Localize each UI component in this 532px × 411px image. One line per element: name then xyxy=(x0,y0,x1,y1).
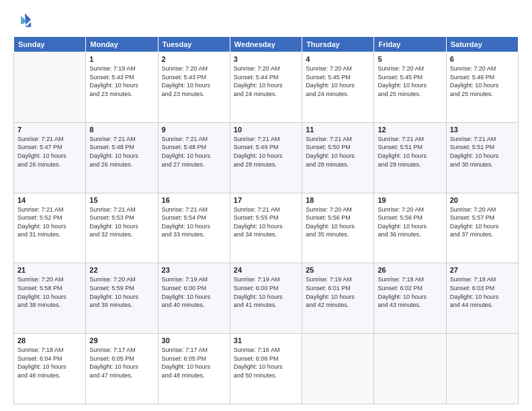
day-info: Sunrise: 7:18 AM Sunset: 6:02 PM Dayligh… xyxy=(378,275,442,309)
calendar-cell: 3Sunrise: 7:20 AM Sunset: 5:44 PM Daylig… xyxy=(230,52,302,123)
calendar-cell: 8Sunrise: 7:21 AM Sunset: 5:48 PM Daylig… xyxy=(86,122,158,193)
calendar-cell xyxy=(14,52,86,123)
day-number: 25 xyxy=(306,266,370,274)
calendar-cell: 20Sunrise: 7:20 AM Sunset: 5:57 PM Dayli… xyxy=(446,193,518,263)
calendar-cell: 21Sunrise: 7:20 AM Sunset: 5:58 PM Dayli… xyxy=(14,263,86,334)
day-number: 9 xyxy=(162,126,226,134)
calendar-cell: 5Sunrise: 7:20 AM Sunset: 5:45 PM Daylig… xyxy=(374,52,446,123)
day-number: 14 xyxy=(17,196,82,204)
calendar-cell: 22Sunrise: 7:20 AM Sunset: 5:59 PM Dayli… xyxy=(86,263,158,334)
day-info: Sunrise: 7:20 AM Sunset: 5:44 PM Dayligh… xyxy=(234,64,298,98)
day-number: 12 xyxy=(378,126,442,134)
day-info: Sunrise: 7:21 AM Sunset: 5:51 PM Dayligh… xyxy=(378,135,442,169)
day-number: 26 xyxy=(378,266,442,274)
calendar-cell: 11Sunrise: 7:21 AM Sunset: 5:50 PM Dayli… xyxy=(302,122,374,193)
calendar-cell: 1Sunrise: 7:19 AM Sunset: 5:43 PM Daylig… xyxy=(86,52,158,123)
calendar-cell: 6Sunrise: 7:20 AM Sunset: 5:46 PM Daylig… xyxy=(446,52,518,123)
week-row-0: 1Sunrise: 7:19 AM Sunset: 5:43 PM Daylig… xyxy=(14,52,519,123)
day-number: 5 xyxy=(378,55,442,63)
day-info: Sunrise: 7:19 AM Sunset: 6:00 PM Dayligh… xyxy=(234,275,298,309)
calendar-cell: 18Sunrise: 7:20 AM Sunset: 5:56 PM Dayli… xyxy=(302,193,374,263)
day-info: Sunrise: 7:18 AM Sunset: 6:04 PM Dayligh… xyxy=(17,346,82,379)
day-number: 20 xyxy=(450,196,515,204)
day-info: Sunrise: 7:20 AM Sunset: 5:56 PM Dayligh… xyxy=(378,205,442,239)
day-number: 13 xyxy=(450,126,515,134)
day-number: 21 xyxy=(17,266,82,274)
day-info: Sunrise: 7:21 AM Sunset: 5:48 PM Dayligh… xyxy=(89,135,154,169)
day-info: Sunrise: 7:19 AM Sunset: 6:00 PM Dayligh… xyxy=(162,275,226,309)
week-row-4: 28Sunrise: 7:18 AM Sunset: 6:04 PM Dayli… xyxy=(14,334,519,404)
day-number: 28 xyxy=(17,336,82,345)
day-info: Sunrise: 7:19 AM Sunset: 6:01 PM Dayligh… xyxy=(306,275,370,309)
svg-marker-0 xyxy=(25,13,31,28)
day-info: Sunrise: 7:17 AM Sunset: 6:05 PM Dayligh… xyxy=(89,346,154,379)
day-info: Sunrise: 7:16 AM Sunset: 6:06 PM Dayligh… xyxy=(234,346,298,379)
day-info: Sunrise: 7:21 AM Sunset: 5:54 PM Dayligh… xyxy=(162,205,226,239)
day-info: Sunrise: 7:21 AM Sunset: 5:55 PM Dayligh… xyxy=(234,205,298,239)
day-number: 27 xyxy=(450,266,515,274)
calendar-cell: 16Sunrise: 7:21 AM Sunset: 5:54 PM Dayli… xyxy=(158,193,230,263)
calendar-cell: 7Sunrise: 7:21 AM Sunset: 5:47 PM Daylig… xyxy=(14,122,86,193)
day-info: Sunrise: 7:20 AM Sunset: 5:45 PM Dayligh… xyxy=(378,64,442,98)
week-row-3: 21Sunrise: 7:20 AM Sunset: 5:58 PM Dayli… xyxy=(14,263,519,334)
calendar-cell: 30Sunrise: 7:17 AM Sunset: 6:05 PM Dayli… xyxy=(158,334,230,404)
calendar-cell: 4Sunrise: 7:20 AM Sunset: 5:45 PM Daylig… xyxy=(302,52,374,123)
day-number: 22 xyxy=(89,266,154,274)
day-number: 23 xyxy=(162,266,226,274)
day-number: 17 xyxy=(234,196,298,204)
weekday-thursday: Thursday xyxy=(302,37,374,52)
day-info: Sunrise: 7:21 AM Sunset: 5:50 PM Dayligh… xyxy=(306,135,370,169)
day-info: Sunrise: 7:20 AM Sunset: 5:46 PM Dayligh… xyxy=(450,64,515,98)
logo xyxy=(13,11,35,30)
logo-icon xyxy=(13,11,32,30)
day-info: Sunrise: 7:21 AM Sunset: 5:53 PM Dayligh… xyxy=(89,205,154,239)
day-number: 2 xyxy=(162,55,226,63)
calendar-cell: 31Sunrise: 7:16 AM Sunset: 6:06 PM Dayli… xyxy=(230,334,302,404)
day-number: 6 xyxy=(450,55,515,63)
day-number: 18 xyxy=(306,196,370,204)
day-info: Sunrise: 7:18 AM Sunset: 6:03 PM Dayligh… xyxy=(450,275,515,309)
calendar-cell: 26Sunrise: 7:18 AM Sunset: 6:02 PM Dayli… xyxy=(374,263,446,334)
calendar-cell: 28Sunrise: 7:18 AM Sunset: 6:04 PM Dayli… xyxy=(14,334,86,404)
weekday-header-row: SundayMondayTuesdayWednesdayThursdayFrid… xyxy=(14,37,519,52)
day-number: 30 xyxy=(162,336,226,345)
calendar-cell: 13Sunrise: 7:21 AM Sunset: 5:51 PM Dayli… xyxy=(446,122,518,193)
day-number: 15 xyxy=(89,196,154,204)
page: SundayMondayTuesdayWednesdayThursdayFrid… xyxy=(0,0,532,411)
day-number: 8 xyxy=(89,126,154,134)
calendar-cell xyxy=(446,334,518,404)
day-info: Sunrise: 7:20 AM Sunset: 5:45 PM Dayligh… xyxy=(306,64,370,98)
day-info: Sunrise: 7:21 AM Sunset: 5:49 PM Dayligh… xyxy=(234,135,298,169)
calendar-cell: 17Sunrise: 7:21 AM Sunset: 5:55 PM Dayli… xyxy=(230,193,302,263)
calendar-cell: 10Sunrise: 7:21 AM Sunset: 5:49 PM Dayli… xyxy=(230,122,302,193)
day-number: 19 xyxy=(378,196,442,204)
day-number: 11 xyxy=(306,126,370,134)
day-number: 16 xyxy=(162,196,226,204)
calendar-cell: 15Sunrise: 7:21 AM Sunset: 5:53 PM Dayli… xyxy=(86,193,158,263)
day-info: Sunrise: 7:21 AM Sunset: 5:47 PM Dayligh… xyxy=(17,135,82,169)
day-info: Sunrise: 7:20 AM Sunset: 5:43 PM Dayligh… xyxy=(162,64,226,98)
weekday-friday: Friday xyxy=(374,37,446,52)
day-info: Sunrise: 7:19 AM Sunset: 5:43 PM Dayligh… xyxy=(89,64,154,98)
calendar-table: SundayMondayTuesdayWednesdayThursdayFrid… xyxy=(13,36,519,404)
calendar-cell: 29Sunrise: 7:17 AM Sunset: 6:05 PM Dayli… xyxy=(86,334,158,404)
day-info: Sunrise: 7:17 AM Sunset: 6:05 PM Dayligh… xyxy=(162,346,226,379)
day-number: 29 xyxy=(89,336,154,345)
day-info: Sunrise: 7:21 AM Sunset: 5:51 PM Dayligh… xyxy=(450,135,515,169)
calendar-cell: 25Sunrise: 7:19 AM Sunset: 6:01 PM Dayli… xyxy=(302,263,374,334)
calendar-cell: 23Sunrise: 7:19 AM Sunset: 6:00 PM Dayli… xyxy=(158,263,230,334)
day-number: 1 xyxy=(89,55,154,63)
day-info: Sunrise: 7:21 AM Sunset: 5:48 PM Dayligh… xyxy=(162,135,226,169)
calendar-cell: 27Sunrise: 7:18 AM Sunset: 6:03 PM Dayli… xyxy=(446,263,518,334)
week-row-1: 7Sunrise: 7:21 AM Sunset: 5:47 PM Daylig… xyxy=(14,122,519,193)
calendar-cell: 14Sunrise: 7:21 AM Sunset: 5:52 PM Dayli… xyxy=(14,193,86,263)
weekday-saturday: Saturday xyxy=(446,37,518,52)
day-number: 24 xyxy=(234,266,298,274)
day-number: 31 xyxy=(234,336,298,345)
day-number: 7 xyxy=(17,126,82,134)
day-info: Sunrise: 7:20 AM Sunset: 5:57 PM Dayligh… xyxy=(450,205,515,239)
day-number: 4 xyxy=(306,55,370,63)
calendar-cell xyxy=(374,334,446,404)
calendar-cell: 12Sunrise: 7:21 AM Sunset: 5:51 PM Dayli… xyxy=(374,122,446,193)
calendar-cell: 19Sunrise: 7:20 AM Sunset: 5:56 PM Dayli… xyxy=(374,193,446,263)
